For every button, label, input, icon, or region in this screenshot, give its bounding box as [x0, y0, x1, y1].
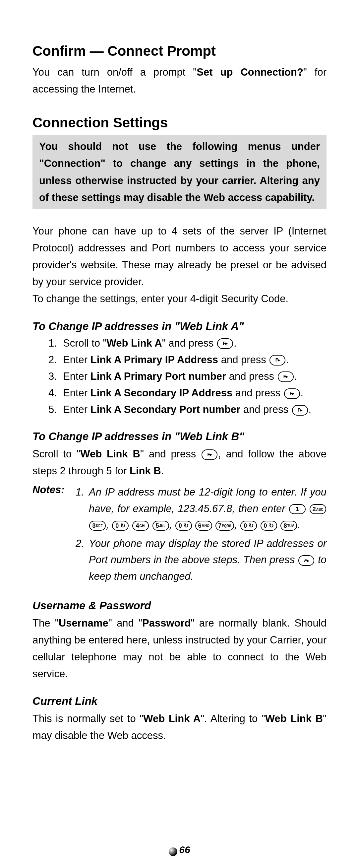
text: The "	[32, 617, 59, 629]
paragraph-username-password: The "Username" and "Password" are normal…	[32, 615, 326, 683]
note-item: 1. An IP address must be 12-digit long t…	[75, 484, 326, 533]
key-2: 2ABC	[310, 504, 326, 514]
key-0: 0 ↻	[175, 521, 192, 531]
notes-block: Notes: 1. An IP address must be 12-digit…	[32, 484, 326, 587]
step-item: Enter Link A Primary Port number and pre…	[32, 369, 326, 384]
key-5: 5JKL	[153, 521, 169, 531]
text: ,	[169, 519, 172, 531]
text: and press	[232, 387, 283, 399]
text: You can turn on/off a prompt "	[32, 66, 197, 78]
text-bold: Link A Primary IP Address	[91, 354, 218, 366]
notes-label: Notes:	[32, 484, 75, 587]
key-0: 0 ↻	[112, 521, 129, 531]
intro-paragraph: You can turn on/off a prompt "Set up Con…	[32, 64, 326, 97]
page-footer: 66	[0, 844, 358, 857]
key-3: 3DEF	[89, 521, 106, 531]
text-bold: Link A Secondary Port number	[91, 404, 240, 415]
steps-weblink-a: Scroll to "Web Link A" and press . Enter…	[32, 335, 326, 417]
text: .	[161, 465, 164, 476]
text-bold: Web Link A	[143, 713, 200, 724]
text-bold: Web Link B	[265, 713, 323, 724]
note-number: 2.	[75, 535, 89, 585]
text: and press	[218, 354, 269, 366]
step-item: Scroll to "Web Link A" and press .	[32, 335, 326, 351]
text: Enter	[63, 387, 91, 399]
step-item: Enter Link A Primary IP Address and pres…	[32, 352, 326, 368]
step-item: Enter Link A Secondary Port number and p…	[32, 402, 326, 417]
f-key-icon	[298, 555, 314, 566]
text: " and press	[162, 337, 217, 349]
page-number: 66	[179, 844, 190, 855]
note-number: 1.	[75, 484, 89, 533]
f-key-icon	[278, 371, 294, 382]
note-body: Your phone may display the stored IP add…	[89, 535, 326, 585]
subheading-weblink-b: To Change IP addresses in "Web Link B"	[32, 430, 326, 443]
key-8: 8TUV	[281, 521, 297, 531]
step-item: Enter Link A Secondary IP Address and pr…	[32, 385, 326, 401]
paragraph-weblink-b: Scroll to "Web Link B" and press , and f…	[32, 445, 326, 479]
text: ,	[106, 519, 109, 531]
text: Enter	[63, 354, 91, 366]
text: ". Altering to "	[200, 713, 265, 724]
text: and press	[226, 371, 277, 382]
text-bold: Username	[59, 617, 108, 629]
key-7: 7PQRS	[216, 521, 234, 531]
paragraph-security-code: To change the settings, enter your 4-dig…	[32, 290, 326, 307]
key-1: 1	[289, 504, 305, 514]
note-item: 2. Your phone may display the stored IP …	[75, 535, 326, 585]
text: Enter	[63, 404, 91, 415]
text: Scroll to "	[32, 448, 80, 460]
text-bold: Web Link A	[107, 337, 162, 349]
f-key-icon	[292, 405, 308, 415]
subheading-current-link: Current Link	[32, 695, 326, 708]
f-key-icon	[269, 355, 285, 366]
text: .	[297, 519, 300, 531]
note-body: An IP address must be 12-digit long to e…	[89, 484, 326, 533]
subheading-username-password: Username & Password	[32, 599, 326, 612]
key-0: 0 ↻	[261, 521, 277, 531]
text: and press	[240, 404, 291, 415]
heading-connection-settings: Connection Settings	[32, 115, 326, 131]
f-key-icon	[284, 389, 300, 399]
text: Scroll to "	[63, 337, 107, 349]
text: ,	[234, 519, 237, 531]
page-decor-icon	[168, 846, 178, 857]
key-0: 0 ↻	[240, 521, 257, 531]
paragraph-current-link: This is normally set to "Web Link A". Al…	[32, 710, 326, 744]
text-bold: Link A Primary Port number	[91, 371, 226, 382]
text-bold: Link B	[130, 465, 161, 476]
key-6: 6MNO	[195, 521, 212, 531]
paragraph-ip-sets: Your phone can have up to 4 sets of the …	[32, 222, 326, 290]
text: " and press	[140, 448, 201, 460]
text-bold: Set up Connection?	[197, 66, 303, 78]
key-4: 4GHI	[132, 521, 149, 531]
f-key-icon	[201, 450, 218, 460]
text: Enter	[63, 371, 91, 382]
text-bold: Link A Secondary IP Address	[91, 387, 232, 399]
text: This is normally set to "	[32, 713, 143, 724]
text-bold: Password	[142, 617, 191, 629]
notes-list: 1. An IP address must be 12-digit long t…	[75, 484, 326, 587]
text: " and "	[108, 617, 142, 629]
text: Your phone may display the stored IP add…	[89, 538, 326, 566]
heading-confirm-connect: Confirm — Connect Prompt	[32, 43, 326, 59]
text-bold: Web Link B	[80, 448, 140, 460]
f-key-icon	[217, 338, 233, 349]
warning-box: You should not use the following menus u…	[32, 135, 326, 209]
subheading-weblink-a: To Change IP addresses in "Web Link A"	[32, 320, 326, 333]
